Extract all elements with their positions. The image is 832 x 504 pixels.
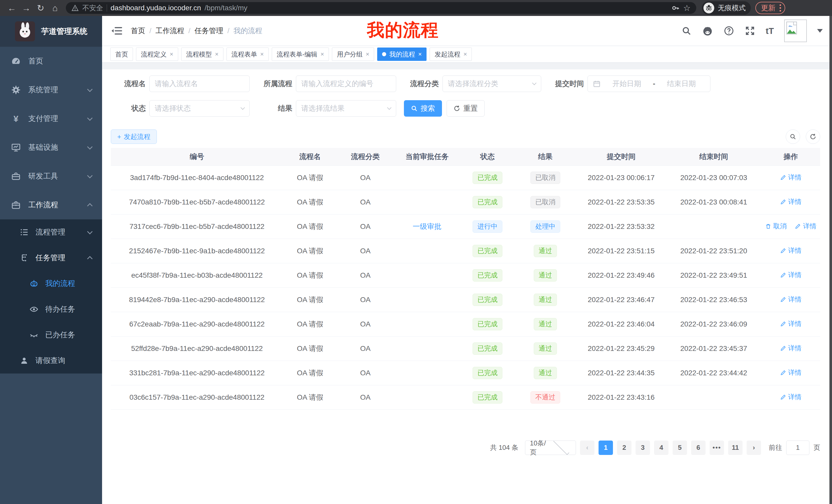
next-page-button[interactable]: › (747, 441, 761, 455)
result-badge: 通过 (534, 269, 557, 282)
detail-link[interactable]: 详情 (780, 197, 802, 206)
detail-link[interactable]: 详情 (780, 295, 802, 304)
github-icon[interactable] (702, 25, 713, 36)
browser-home-button[interactable]: ⌂ (48, 2, 62, 14)
browser-scrollbar[interactable] (829, 16, 832, 504)
sidebar-item-label: 待办任务 (45, 304, 75, 314)
tag-tab-process-form-edit[interactable]: 流程表单-编辑× (272, 48, 329, 61)
breadcrumb-home[interactable]: 首页 (131, 26, 145, 36)
page-button-6[interactable]: 6 (691, 441, 705, 455)
font-size-icon[interactable]: tT (766, 26, 774, 36)
sidebar-toggle-icon[interactable] (111, 26, 122, 35)
reset-button[interactable]: 重置 (447, 100, 485, 117)
sidebar-item-task-mgmt[interactable]: 任务管理 (0, 245, 102, 271)
process-definition-input[interactable] (296, 76, 396, 92)
sidebar-item-devtools[interactable]: 研发工具 (0, 162, 102, 191)
help-icon[interactable] (724, 25, 734, 36)
toolbox-icon (10, 171, 22, 181)
address-bar[interactable]: 不安全 dashboard.yudao.iocoder.cn/bpm/task/… (66, 2, 696, 14)
process-name-input[interactable] (149, 76, 250, 92)
close-icon[interactable]: × (170, 51, 173, 58)
detail-link[interactable]: 详情 (795, 222, 816, 231)
submit-time-range-picker[interactable]: 开始日期 - 结束日期 (588, 76, 710, 92)
prev-page-button[interactable]: ‹ (580, 441, 594, 455)
total-count: 共 104 条 (490, 443, 518, 452)
table-row: 331bc281-7b9a-11ec-a290-acde48001122 OA … (111, 361, 820, 385)
page-button-1[interactable]: 1 (599, 441, 613, 455)
browser-update-button[interactable]: 更新 (755, 2, 785, 14)
tag-tab-start-process[interactable]: 发起流程× (430, 48, 472, 61)
show-search-button[interactable] (786, 130, 800, 144)
browser-reload-button[interactable]: ↻ (33, 2, 48, 14)
tag-tab-home[interactable]: 首页 (110, 48, 133, 61)
avatar-caret-icon[interactable] (817, 29, 823, 33)
sidebar-item-payment[interactable]: ¥ 支付管理 (0, 104, 102, 133)
page-button-11[interactable]: 11 (728, 441, 743, 455)
warning-icon (72, 5, 79, 11)
close-icon[interactable]: × (320, 51, 324, 58)
sidebar-item-label: 我的流程 (45, 278, 75, 289)
cancel-link[interactable]: 取消 (765, 222, 787, 231)
page-button-3[interactable]: 3 (635, 441, 650, 455)
category-select[interactable]: 请选择流程分类 (442, 76, 541, 92)
tag-tab-process-definition[interactable]: 流程定义× (136, 48, 178, 61)
filter-category-label: 流程分类 (404, 79, 439, 89)
briefcase-icon (10, 200, 22, 210)
tag-tab-user-group[interactable]: 用户分组× (332, 48, 374, 61)
status-select[interactable]: 请选择状态 (149, 100, 250, 117)
browser-back-button[interactable]: ← (5, 2, 19, 14)
result-select[interactable]: 请选择流结果 (296, 100, 396, 117)
sidebar-item-workflow[interactable]: 工作流程 (0, 191, 102, 219)
detail-link[interactable]: 详情 (780, 173, 802, 182)
app-logo[interactable]: 芋道管理系统 (0, 16, 102, 47)
detail-link[interactable]: 详情 (780, 393, 802, 401)
close-icon[interactable]: × (418, 51, 422, 58)
avatar[interactable] (784, 20, 807, 42)
close-icon[interactable]: × (463, 51, 467, 58)
browser-forward-button[interactable]: → (19, 2, 33, 14)
close-icon[interactable]: × (366, 51, 369, 58)
page-button-4[interactable]: 4 (654, 441, 669, 455)
browser-toolbar: ← → ↻ ⌂ 不安全 dashboard.yudao.iocoder.cn/b… (0, 0, 832, 16)
detail-link[interactable]: 详情 (780, 344, 802, 353)
page-size-select[interactable]: 10条/页 (525, 441, 576, 455)
bookmark-star-icon[interactable]: ☆ (683, 3, 691, 13)
filter-result-label: 结果 (257, 104, 292, 113)
tag-tab-process-model[interactable]: 流程模型× (181, 48, 224, 61)
chevron-down-icon (87, 115, 93, 121)
breadcrumb-workflow[interactable]: 工作流程 (156, 26, 184, 36)
current-task-link[interactable]: 一级审批 (394, 214, 461, 239)
sidebar-item-my-process[interactable]: 我的流程 (0, 271, 102, 297)
sidebar-item-infra[interactable]: 基础设施 (0, 133, 102, 162)
search-icon[interactable] (681, 26, 692, 36)
breadcrumb-separator: / (228, 27, 230, 35)
refresh-table-button[interactable] (806, 130, 820, 144)
key-icon[interactable] (671, 4, 679, 12)
sidebar-item-todo-tasks[interactable]: 待办任务 (0, 297, 102, 322)
browser-menu-icon[interactable] (780, 4, 781, 11)
detail-link[interactable]: 详情 (780, 368, 802, 377)
detail-link[interactable]: 详情 (780, 271, 802, 279)
detail-link[interactable]: 详情 (780, 246, 802, 255)
page-button-2[interactable]: 2 (617, 441, 631, 455)
goto-page-input[interactable] (786, 441, 809, 455)
search-button[interactable]: 搜索 (404, 100, 442, 117)
end-date-placeholder[interactable]: 结束日期 (658, 79, 705, 89)
start-date-placeholder[interactable]: 开始日期 (603, 79, 650, 89)
breadcrumb-task-mgmt[interactable]: 任务管理 (194, 26, 224, 36)
sidebar-item-process-mgmt[interactable]: 流程管理 (0, 219, 102, 245)
page-button-5[interactable]: 5 (673, 441, 687, 455)
tag-tab-my-process[interactable]: 我的流程× (377, 48, 426, 61)
fullscreen-icon[interactable] (745, 25, 755, 36)
close-icon[interactable]: × (215, 51, 218, 58)
sidebar-item-home[interactable]: 首页 (0, 47, 102, 76)
close-icon[interactable]: × (260, 51, 264, 58)
sidebar-item-system[interactable]: 系统管理 (0, 76, 102, 104)
create-process-button[interactable]: + 发起流程 (111, 130, 157, 144)
more-pages-icon[interactable]: ••• (710, 441, 724, 455)
sidebar-item-leave-query[interactable]: 请假查询 (0, 348, 102, 373)
tag-tab-process-form[interactable]: 流程表单× (227, 48, 269, 61)
sidebar-item-done-tasks[interactable]: 已办任务 (0, 322, 102, 348)
detail-link[interactable]: 详情 (780, 319, 802, 328)
security-label[interactable]: 不安全 (82, 3, 103, 12)
